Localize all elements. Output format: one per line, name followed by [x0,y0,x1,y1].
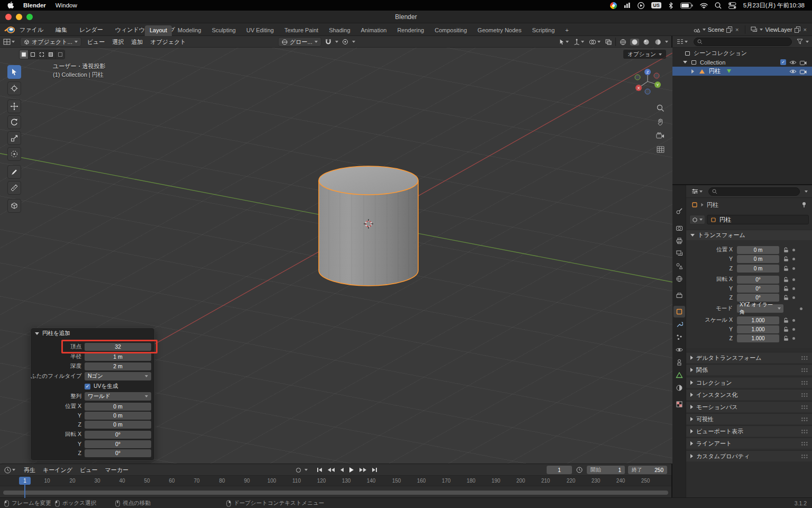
timeline-editor[interactable]: 再生 キーイング ビュー マーカー 1 開始1 終了250 1 10 20 30… [0,464,672,497]
timeline-menu-view[interactable]: ビュー [80,466,98,474]
prev-keyframe-button[interactable] [326,465,337,475]
control-center-icon[interactable] [728,2,736,9]
add-workspace-button[interactable]: + [560,25,573,36]
wifi-icon[interactable] [700,3,708,8]
animate-dot[interactable] [792,319,795,322]
camera-view-icon[interactable] [655,130,666,141]
gizmos-dropdown[interactable] [573,39,585,45]
timeline-horizontal-scrollbar[interactable] [3,491,668,495]
remove-viewlayer-button[interactable]: × [802,26,808,33]
snap-options-chevron[interactable] [335,41,338,43]
apple-icon[interactable] [7,2,14,9]
lock-icon[interactable] [783,286,789,292]
lock-icon[interactable] [783,335,789,341]
play-circle-icon[interactable] [638,2,644,9]
close-window-button[interactable] [5,14,12,20]
tab-view-layer[interactable] [673,248,685,259]
scale-y-field[interactable]: 1.000 [737,325,779,333]
tab-uv-editing[interactable]: UV Editing [242,25,279,36]
editor-type-button[interactable] [2,39,16,45]
tool-select-box[interactable] [7,65,21,79]
tab-object-data[interactable] [673,369,685,381]
shading-rendered-button[interactable] [653,39,662,46]
shading-options-chevron[interactable] [665,41,668,43]
vertices-field[interactable]: 32 [85,343,151,351]
menu-window[interactable]: ウィンドウ [114,26,146,34]
tool-measure[interactable] [7,181,21,195]
tab-tool[interactable] [673,205,685,217]
lock-icon[interactable] [783,266,789,271]
lock-icon[interactable] [783,295,789,301]
minimize-window-button[interactable] [16,14,22,20]
proportional-editing-button[interactable] [341,39,349,45]
collapse-panel-icon[interactable] [35,332,39,335]
filter-options-chevron[interactable] [806,41,809,43]
tab-texture-paint[interactable]: Texture Paint [280,25,323,36]
select-set-button[interactable] [20,50,29,59]
auto-keying-button[interactable] [294,465,303,475]
rotation-z-field[interactable]: 0° [737,294,779,302]
tab-scripting[interactable]: Scripting [527,25,559,36]
rotation-z-field[interactable]: 0° [85,449,151,457]
use-preview-range-button[interactable] [575,467,584,473]
tab-object-properties[interactable] [673,306,685,318]
zoom-window-button[interactable] [26,14,33,20]
panel-visibility[interactable]: 可視性 [686,413,812,424]
bluetooth-icon[interactable] [668,2,673,9]
snap-toggle-button[interactable] [324,39,333,45]
transform-orientation-dropdown[interactable]: グロー... [278,37,321,47]
rotation-y-field[interactable]: 0° [85,440,151,448]
outliner-search-input[interactable] [694,38,792,46]
lock-icon[interactable] [783,256,789,262]
disable-render-camera-icon[interactable] [800,60,807,65]
battery-icon[interactable] [680,3,693,8]
tool-move[interactable] [7,99,21,113]
radius-field[interactable]: 1 m [85,353,151,361]
animate-dot[interactable] [800,307,802,310]
tab-output[interactable] [673,235,685,247]
tool-cursor[interactable] [7,81,21,95]
animate-dot[interactable] [792,287,795,290]
panel-delta-transform[interactable]: デルタトランスフォーム [686,352,812,363]
tab-layout[interactable]: Layout [145,25,172,36]
3d-viewport[interactable]: オブジェクト... ビュー 選択 追加 オブジェクト グロー... [0,36,672,464]
frame-start-field[interactable]: 開始1 [587,466,625,474]
tab-animation[interactable]: Animation [356,25,392,36]
viewport-menu-add[interactable]: 追加 [130,38,144,46]
tab-render[interactable] [673,222,685,234]
panel-viewport-display[interactable]: ビューポート表示 [686,425,812,437]
collection-checkbox[interactable]: ✓ [780,59,786,65]
stats-icon[interactable] [624,2,631,8]
tab-compositing[interactable]: Compositing [430,25,472,36]
viewport-menu-select[interactable]: 選択 [110,38,125,46]
rotation-x-field[interactable]: 0° [737,276,779,284]
frame-end-field[interactable]: 終了250 [628,466,667,474]
unlink-scene-button[interactable]: × [734,26,740,33]
menubar-clock[interactable]: 5月23日(月) 午前10:38 [743,2,805,10]
current-frame-field[interactable]: 1 [547,466,572,474]
timeline-menu-marker[interactable]: マーカー [105,466,129,474]
spotlight-search-icon[interactable] [715,2,722,9]
scale-z-field[interactable]: 1.000 [737,334,779,342]
shading-wireframe-button[interactable] [619,39,628,46]
panel-instancing[interactable]: インスタンス化 [686,389,812,400]
timeline-editor-type-button[interactable] [3,467,16,474]
menubar-window-menu[interactable]: Window [56,2,77,8]
tool-add-object[interactable] [7,199,21,213]
select-subtract-button[interactable] [38,50,47,59]
menubar-app-name[interactable]: Blender [23,2,46,8]
chrome-icon[interactable] [610,2,617,9]
pin-icon[interactable] [801,202,807,208]
shading-solid-button[interactable] [630,39,639,46]
tab-rendering[interactable]: Rendering [392,25,429,36]
viewlayer-selector[interactable]: ViewLayer × [749,24,810,35]
properties-editor-type-button[interactable] [690,188,704,194]
select-invert-button[interactable] [47,50,56,59]
play-reverse-button[interactable] [338,465,346,475]
tab-material[interactable] [673,382,685,394]
animate-dot[interactable] [792,337,795,340]
animate-dot[interactable] [792,249,795,251]
keyboard-input-icon[interactable]: US [651,2,661,8]
expand-collection-icon[interactable] [683,61,687,64]
cylinder-object[interactable] [319,166,418,286]
